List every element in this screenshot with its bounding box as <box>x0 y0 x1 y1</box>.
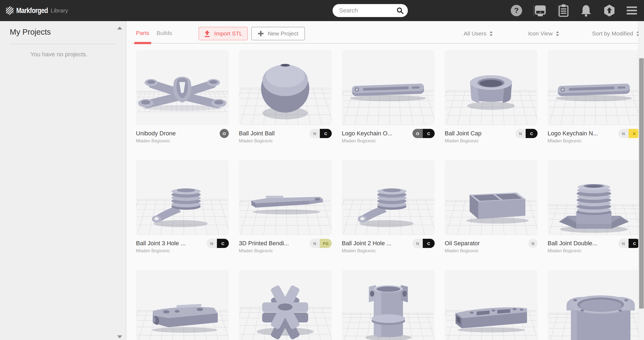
part-card[interactable]: Ball Joint 2 Hole ...NCMladen Bogicevic <box>342 160 435 253</box>
app-window: Markforged Library ? <box>0 0 644 340</box>
part-title-row: 3D Printed Bendi...NFG <box>239 239 332 248</box>
part-card[interactable]: Ball Joint CapNCMladen Bogicevic <box>445 50 538 143</box>
part-thumbnail[interactable] <box>548 270 640 340</box>
part-thumbnail[interactable] <box>136 160 229 235</box>
search-input[interactable] <box>339 7 396 14</box>
part-card[interactable] <box>342 270 435 340</box>
part-title-row: Logo Keychain O...OC <box>342 129 435 138</box>
part-render <box>136 270 229 340</box>
material-badges: NC <box>207 239 229 248</box>
part-thumbnail[interactable] <box>342 50 435 125</box>
nav-library[interactable]: Library <box>51 0 68 21</box>
part-thumbnail[interactable] <box>239 50 332 125</box>
tabbar-underline <box>132 43 644 44</box>
material-badge-c: C <box>526 129 538 138</box>
new-project-button[interactable]: New Project <box>251 27 305 40</box>
material-badge-n: N <box>310 239 320 248</box>
part-card[interactable] <box>548 270 640 340</box>
part-card[interactable]: Logo Keychain N...NKMladen Bogicevic <box>548 50 640 143</box>
tab-builds[interactable]: Builds <box>157 30 172 36</box>
main-scrollbar-track <box>638 21 644 340</box>
part-thumbnail[interactable] <box>239 160 332 235</box>
part-render <box>445 270 538 340</box>
material-badge-n: N <box>618 239 629 248</box>
part-thumbnail[interactable] <box>342 270 435 340</box>
clipboard-icon[interactable] <box>558 4 569 17</box>
sidebar-scroll-up-icon[interactable] <box>117 27 122 30</box>
help-icon[interactable]: ? <box>511 5 522 16</box>
sidebar-empty-message: You have no projects. <box>0 51 118 58</box>
top-bar: Markforged Library ? <box>0 0 644 21</box>
markforged-logo[interactable]: Markforged <box>6 0 55 21</box>
sort-by-dropdown[interactable]: Sort by Modified <box>592 30 640 37</box>
part-card[interactable]: Oil SeparatorNMladen Bogicevic <box>445 160 538 253</box>
new-project-label: New Project <box>268 30 298 37</box>
part-author: Mladen Bogicevic <box>548 249 640 253</box>
material-badge-fg: FG <box>320 239 332 248</box>
main-scrollbar-thumb[interactable] <box>639 58 644 309</box>
material-badges: NK <box>618 129 640 138</box>
part-card[interactable]: Ball Joint 3 Hole ...NCMladen Bogicevic <box>136 160 229 253</box>
markforged-hex-icon <box>6 5 14 16</box>
view-mode-dropdown[interactable]: Icon View <box>528 30 559 37</box>
part-render <box>136 50 229 125</box>
header-icons: ? <box>511 0 637 21</box>
material-badge-n: N <box>528 239 538 248</box>
part-thumbnail[interactable] <box>548 160 640 235</box>
part-card[interactable]: Unibody DroneOMladen Bogicevic <box>136 50 229 143</box>
users-filter-dropdown[interactable]: All Users <box>464 30 493 37</box>
part-card[interactable] <box>136 270 229 340</box>
part-title: 3D Printed Bendi... <box>239 240 289 247</box>
brand-name: Markforged <box>16 6 48 15</box>
material-badge-n: N <box>310 129 320 138</box>
part-title: Oil Separator <box>445 240 480 247</box>
part-title: Logo Keychain O... <box>342 130 392 137</box>
part-title-row: Logo Keychain N...NK <box>548 129 640 138</box>
search-box <box>333 4 408 17</box>
sort-arrows-icon <box>489 31 493 37</box>
part-card[interactable]: 3D Printed Bendi...NFGMladen Bogicevic <box>239 160 332 253</box>
plus-icon <box>258 31 264 37</box>
part-thumbnail[interactable] <box>548 50 640 125</box>
sidebar-title: My Projects <box>10 28 51 37</box>
tab-parts[interactable]: Parts <box>136 30 149 36</box>
part-card[interactable]: Ball Joint BallNCMladen Bogicevic <box>239 50 332 143</box>
part-thumbnail[interactable] <box>342 160 435 235</box>
part-title: Ball Joint Ball <box>239 130 275 137</box>
part-card[interactable]: Ball Joint Double...NCMladen Bogicevic <box>548 160 640 253</box>
notifications-bell-icon[interactable] <box>580 4 592 17</box>
part-thumbnail[interactable] <box>445 160 538 235</box>
part-card[interactable] <box>239 270 332 340</box>
part-card[interactable]: Logo Keychain O...OCMladen Bogicevic <box>342 50 435 143</box>
search-icon[interactable] <box>396 7 404 14</box>
part-card[interactable] <box>445 270 538 340</box>
part-author: Mladen Bogicevic <box>342 249 435 253</box>
part-author: Mladen Bogicevic <box>239 139 332 143</box>
users-filter-label: All Users <box>464 30 486 37</box>
material-badge-c: C <box>423 129 435 138</box>
material-badges: N <box>528 239 538 248</box>
part-render <box>548 50 640 125</box>
upload-hexagon-icon[interactable] <box>603 4 615 17</box>
part-thumbnail[interactable] <box>445 50 538 125</box>
material-badge-n: N <box>618 129 629 138</box>
part-author: Mladen Bogicevic <box>239 249 332 253</box>
import-stl-button[interactable]: Import STL <box>199 27 248 40</box>
material-badges: NC <box>515 129 538 138</box>
upload-icon <box>204 30 210 37</box>
material-badge-n: N <box>207 239 217 248</box>
part-title-row: Ball Joint 2 Hole ...NC <box>342 239 435 248</box>
help-glyph: ? <box>514 6 519 15</box>
part-thumbnail[interactable] <box>136 270 229 340</box>
sidebar-divider <box>10 44 116 44</box>
part-thumbnail[interactable] <box>445 270 538 340</box>
part-thumbnail[interactable] <box>136 50 229 125</box>
part-render <box>342 270 435 340</box>
part-render <box>239 160 332 235</box>
part-thumbnail[interactable] <box>239 270 332 340</box>
material-badges: OC <box>412 129 435 138</box>
printer-icon[interactable] <box>534 5 547 16</box>
part-render <box>239 50 332 125</box>
sidebar-scroll-down-icon[interactable] <box>117 335 122 338</box>
menu-icon[interactable] <box>627 6 637 15</box>
